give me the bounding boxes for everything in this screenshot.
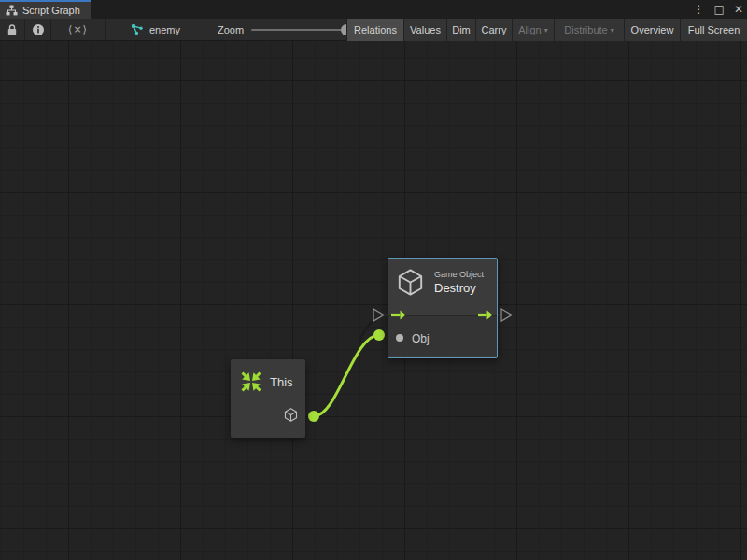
zoom-slider[interactable] [251, 29, 348, 31]
control-output-triangle-icon[interactable] [501, 309, 512, 321]
destroy-node-header: Game Object Destroy [388, 259, 497, 303]
obj-input-port-dot[interactable] [396, 334, 403, 342]
control-flow-row [388, 303, 497, 328]
code-brackets-icon: ⟨×⟩ [68, 23, 88, 35]
flow-arrow-icon [478, 310, 493, 320]
node-destroy[interactable]: Game Object Destroy [388, 258, 498, 358]
graph-asset-icon [131, 23, 144, 35]
graph-name-label: enemy [149, 24, 180, 35]
close-icon[interactable]: ✕ [734, 0, 743, 19]
full-screen-button[interactable]: Full Screen [680, 19, 747, 41]
overview-button[interactable]: Overview [624, 19, 680, 41]
connection-end-dot[interactable] [374, 329, 385, 341]
connection-layer [0, 41, 747, 560]
values-toggle[interactable]: Values [403, 19, 446, 41]
full-screen-label: Full Screen [688, 24, 740, 35]
title-bar: Script Graph ⋮ □ ✕ [0, 0, 747, 19]
carry-label: Carry [482, 24, 507, 35]
relations-toggle[interactable]: Relations [346, 19, 403, 41]
lock-button[interactable] [0, 19, 25, 40]
zoom-label: Zoom [218, 24, 244, 35]
obj-port-label: Obj [412, 332, 430, 345]
graph-hierarchy-icon [6, 5, 18, 16]
distribute-dropdown[interactable]: Distribute ▾ [554, 19, 624, 41]
control-input-port[interactable] [391, 310, 406, 320]
control-input-triangle-icon[interactable] [374, 309, 384, 321]
cube-icon [395, 267, 426, 298]
graph-toolbar: ⟨×⟩ enemy Zoom 1x Relations [0, 19, 747, 41]
script-graph-window: Script Graph ⋮ □ ✕ ⟨×⟩ [0, 0, 747, 560]
dim-toggle[interactable]: Dim [446, 19, 475, 41]
gameobject-output-port[interactable] [283, 407, 299, 423]
tab-title: Script Graph [22, 5, 80, 16]
this-node-title: This [270, 375, 293, 389]
lock-icon [7, 23, 18, 36]
destroy-node-title: Destroy [434, 281, 484, 295]
unit-options-button[interactable]: ⟨×⟩ [51, 19, 106, 40]
values-label: Values [410, 24, 441, 35]
graph-macro-section: enemy Zoom 1x [106, 19, 366, 40]
connection-start-dot[interactable] [308, 411, 319, 422]
toolbar-toggle-group: Relations Values Dim Carry Align ▾ Distr… [346, 19, 747, 41]
value-connection-wire[interactable] [314, 335, 379, 416]
node-this[interactable]: This [231, 359, 305, 438]
this-node-header: This [231, 359, 305, 395]
destroy-node-titles: Game Object Destroy [434, 270, 484, 295]
window-menu-icon[interactable]: ⋮ [694, 0, 705, 19]
destroy-node-subtitle: Game Object [434, 270, 484, 279]
cube-icon [283, 407, 299, 423]
maximize-icon[interactable]: □ [714, 0, 725, 19]
control-output-port[interactable] [478, 310, 493, 320]
converge-arrows-icon [238, 369, 264, 395]
info-button[interactable] [25, 19, 51, 40]
obj-port-row[interactable]: Obj [388, 328, 497, 356]
relations-label: Relations [354, 24, 397, 35]
info-icon [32, 23, 45, 36]
chevron-down-icon: ▾ [544, 26, 548, 35]
dim-label: Dim [452, 24, 471, 35]
flow-arrow-icon [391, 310, 406, 320]
window-controls: ⋮ □ ✕ [694, 0, 743, 19]
distribute-label: Distribute [564, 24, 607, 35]
overview-label: Overview [631, 24, 674, 35]
align-dropdown[interactable]: Align ▾ [512, 19, 554, 41]
align-label: Align [518, 24, 541, 35]
tab-script-graph[interactable]: Script Graph [0, 0, 91, 19]
graph-canvas[interactable]: This Game Object Destroy [0, 41, 747, 560]
carry-toggle[interactable]: Carry [475, 19, 512, 41]
chevron-down-icon: ▾ [611, 26, 614, 35]
